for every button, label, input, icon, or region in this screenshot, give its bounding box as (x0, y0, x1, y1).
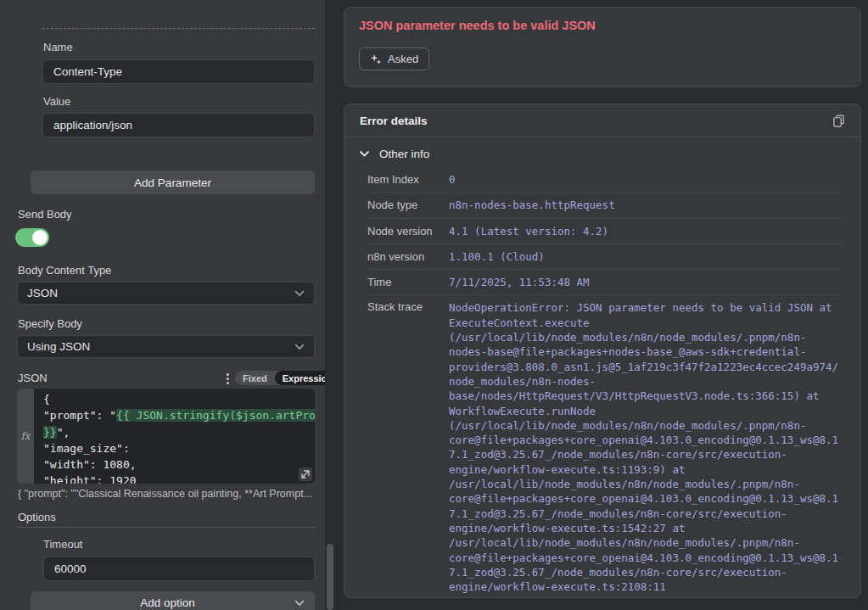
chevron-down-icon (360, 151, 369, 157)
error-info-table: Item Index 0 Node type n8n-nodes-base.ht… (367, 167, 843, 594)
fixed-mode-button[interactable]: Fixed (235, 371, 275, 385)
name-input[interactable] (42, 59, 315, 84)
other-info-label: Other info (379, 148, 429, 160)
send-body-toggle[interactable] (15, 228, 49, 247)
error-details-title: Error details (360, 115, 428, 127)
row-label: Time (367, 276, 449, 288)
body-content-type-select[interactable]: JSON (17, 282, 315, 305)
copy-icon (832, 115, 845, 127)
table-row: Time 7/11/2025, 11:53:48 AM (367, 270, 843, 295)
chevron-down-icon (294, 290, 305, 297)
body-content-type-label: Body Content Type (18, 264, 111, 277)
table-row: Node version 4.1 (Latest version: 4.2) (367, 219, 843, 244)
row-value: 7/11/2025, 11:53:48 AM (449, 275, 843, 289)
expression-result-preview: { "prompt": ""Classical Renaissance oil … (18, 488, 316, 500)
table-row: n8n version 1.100.1 (Cloud) (367, 244, 843, 270)
expression-highlight: }} (43, 426, 57, 439)
json-expression-editor[interactable]: fx { "prompt": "{{ JSON.stringify($json.… (17, 389, 315, 484)
other-info-toggle[interactable]: Other info (344, 137, 860, 160)
row-label: Node version (367, 225, 449, 238)
fixed-expression-switch: Fixed Expression (235, 371, 325, 385)
table-row: Node type n8n-nodes-base.httpRequest (367, 193, 843, 218)
copy-error-button[interactable] (832, 115, 845, 127)
toggle-knob (32, 230, 48, 245)
send-body-label: Send Body (18, 208, 72, 221)
row-value: n8n-nodes-base.httpRequest (449, 198, 843, 212)
parameter-group-divider (42, 28, 315, 29)
timeout-input[interactable] (43, 557, 315, 581)
expression-highlight: {{ JSON.stringify($json.artPrompt) (116, 409, 315, 422)
chevron-down-icon (294, 600, 305, 607)
table-row: Item Index 0 (367, 167, 843, 193)
error-details-header: Error details (344, 104, 860, 137)
body-content-type-value: JSON (27, 287, 58, 299)
chevron-down-icon (294, 344, 305, 350)
error-message: JSON parameter needs to be valid JSON (359, 19, 596, 32)
stack-trace-value: NodeOperationError: JSON parameter needs… (449, 300, 841, 594)
row-label: n8n version (367, 250, 449, 263)
value-input[interactable] (42, 113, 315, 137)
row-label: Node type (367, 199, 449, 211)
add-parameter-button[interactable]: Add Parameter (31, 171, 315, 194)
options-divider (17, 527, 315, 528)
row-label: Item Index (367, 173, 449, 186)
row-value: 0 (449, 172, 843, 187)
expand-editor-button[interactable] (299, 467, 312, 481)
sparkles-icon (370, 53, 382, 65)
error-details-card: Error details Other info Item Index 0 No… (344, 104, 861, 598)
error-message-card: JSON parameter needs to be valid JSON As… (344, 7, 861, 87)
row-label: Stack trace (367, 300, 449, 313)
json-code-area[interactable]: { "prompt": "{{ JSON.stringify($json.art… (34, 389, 315, 484)
kebab-menu-icon[interactable] (222, 372, 232, 385)
name-field-label: Name (43, 41, 73, 53)
asked-button-label: Asked (388, 53, 418, 65)
value-field-label: Value (43, 95, 70, 108)
node-parameters-panel: Name Value Add Parameter Send Body Body … (0, 0, 325, 610)
expression-mode-button[interactable]: Expression (275, 371, 325, 385)
add-option-label: Add option (41, 596, 294, 609)
options-section-label: Options (18, 511, 56, 523)
add-option-button[interactable]: Add option (31, 591, 315, 610)
timeout-field-label: Timeout (43, 538, 82, 551)
table-row-stack-trace: Stack trace NodeOperationError: JSON par… (367, 295, 843, 594)
specify-body-label: Specify Body (18, 317, 82, 330)
specify-body-select[interactable]: Using JSON (17, 335, 315, 358)
row-value: 1.100.1 (Cloud) (449, 249, 843, 264)
ai-asked-button[interactable]: Asked (359, 48, 429, 70)
expand-editor-icon (301, 470, 310, 478)
left-panel-scrollbar-thumb[interactable] (327, 544, 333, 610)
json-field-label: JSON (18, 372, 48, 384)
row-value: 4.1 (Latest version: 4.2) (449, 224, 843, 238)
fx-gutter: fx (17, 389, 34, 484)
specify-body-value: Using JSON (27, 340, 90, 353)
